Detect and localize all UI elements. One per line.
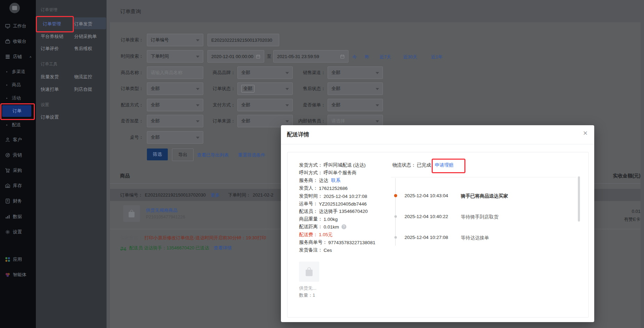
sidebar-item-shop[interactable]: 店铺 ∧ [0, 53, 36, 61]
pay-method-label: 支付方式： [204, 102, 235, 108]
submenu-item-order-settings[interactable]: 订单设置 [41, 114, 59, 120]
submenu-item-coupon-verify[interactable]: 平台券核销 [41, 33, 63, 40]
submenu-item-aftersale[interactable]: 售后维权 [74, 46, 92, 52]
table-no-label: 桌号： [107, 134, 143, 141]
remark-label: 买家留言： [120, 235, 143, 240]
sidebar-item-customers[interactable]: 客户 [0, 136, 36, 144]
help-icon[interactable]: ? [341, 224, 346, 229]
order-search-label: 订单搜索： [107, 37, 143, 43]
table-no-select[interactable]: 全部 [147, 131, 203, 144]
modal-product-thumbnail [299, 262, 319, 282]
chevron-down-icon [285, 88, 289, 90]
submenu-item-order-management[interactable]: 订单管理 [43, 21, 61, 27]
timeline-time: 2025-12-04 10:43:04 [405, 193, 448, 198]
sidebar-item-finance[interactable]: 财务 [0, 197, 36, 205]
sidebar-item-agent[interactable]: 智能体 [0, 271, 36, 279]
order-pay-method: 有赞E卡 [588, 216, 641, 223]
close-icon[interactable]: × [583, 130, 588, 136]
view-exported-link[interactable]: 查看已导出列表 [197, 152, 229, 158]
order-number-input[interactable]: E20210222192150013702030 [207, 34, 279, 46]
provider-order-no-field: 服务商单号：977435783227138081 [299, 239, 375, 246]
quick-range-7days[interactable]: 近7天 [379, 54, 391, 60]
sidebar-item-apps[interactable]: 应用 [0, 256, 36, 263]
bullet-icon [6, 85, 7, 86]
time-type-select[interactable]: 下单时间 [147, 50, 203, 63]
modal-title: 配送详情 [287, 131, 309, 138]
order-status-select[interactable]: 全部 [237, 82, 293, 95]
sidebar-item-inventory[interactable]: 库存 [0, 182, 36, 190]
sidebar-item-settings[interactable]: 设置 [0, 228, 36, 236]
submenu-item-quick-print[interactable]: 快速打单 [41, 86, 59, 93]
delivery-method-select[interactable]: 全部 [147, 99, 203, 111]
divider [391, 177, 576, 177]
orders-submenu-panel: 订单管理 订单管理 订单发货 平台券核销 分销采购单 订单评价 售后维权 订单工… [36, 0, 107, 328]
bar-chart-icon [5, 214, 10, 219]
order-no-label: 订单编号： [120, 192, 143, 198]
brand-label: 商品品牌： [204, 70, 235, 76]
column-product: 商品 [120, 173, 130, 179]
date-from-input[interactable]: 2020-12-01 00:00:00 [207, 50, 264, 63]
timeline-dot [394, 215, 397, 218]
chevron-down-icon [285, 104, 289, 106]
aftersale-status-select[interactable]: 全部 [328, 82, 383, 95]
sidebar-item-multichannel[interactable]: 多渠道 [0, 68, 36, 75]
sales-channel-select[interactable]: 全部 [328, 66, 383, 79]
submenu-item-order-shipping[interactable]: 订单发货 [74, 21, 92, 27]
filter-button[interactable]: 筛选 [147, 149, 168, 160]
product-name-input[interactable]: 请输入商品名称 [147, 66, 203, 79]
sales-channel-label: 销售渠道： [294, 70, 325, 76]
order-type-label: 订单类型： [107, 86, 143, 92]
sidebar-item-workbench[interactable]: 工作台 [0, 22, 36, 30]
sidebar-item-orders-active[interactable]: 订单 [2, 105, 31, 117]
submenu-item-batch-ship[interactable]: 批量发货 [41, 74, 59, 80]
brand-select[interactable]: 全部 [237, 66, 293, 79]
sidebar-item-cashier[interactable]: 收银台 [0, 38, 36, 45]
apps-icon [5, 257, 10, 262]
claim-link[interactable]: 申请理赔 [435, 162, 454, 168]
product-name-link[interactable]: 供货无规格商品 [146, 207, 178, 214]
modal-scrollbar[interactable] [578, 176, 580, 222]
reset-filter-link[interactable]: 重置筛选条件 [238, 152, 265, 158]
page-title: 订单查询 [120, 8, 141, 15]
sidebar-item-data[interactable]: 数据 [0, 213, 36, 221]
aftersale-status-label: 售后状态： [294, 86, 325, 92]
avatar[interactable] [9, 3, 20, 13]
contact-link[interactable]: 联系 [331, 177, 340, 184]
waybill-no-field: 运单号：YZ2025120405db7446 [299, 201, 367, 207]
internal-sales-label: 内部销售员： [289, 118, 325, 124]
product-thumbnail [123, 205, 140, 222]
bullet-icon [6, 125, 7, 126]
date-range-separator: 至 [266, 53, 272, 59]
date-to-input[interactable]: 2021-05-31 23:59:59 [273, 50, 348, 63]
submenu-item-store-pickup[interactable]: 到店自提 [74, 86, 92, 93]
submenu-item-order-review[interactable]: 订单评价 [41, 46, 59, 52]
pay-method-select[interactable]: 全部 [237, 99, 293, 111]
quick-range-today[interactable]: 今 [352, 54, 357, 60]
chevron-up-icon: ∧ [29, 55, 32, 58]
urge-label: 是否催单： [294, 102, 325, 108]
urge-select[interactable]: 全部 [328, 99, 383, 111]
sidebar-item-delivery[interactable]: 配送 [0, 121, 36, 129]
agent-icon [5, 272, 10, 278]
quick-range-yesterday[interactable]: 昨 [365, 54, 369, 60]
star-select[interactable]: 全部 [147, 115, 203, 127]
weight-field: 商品重量：1.00kg [299, 216, 338, 222]
submenu-item-logistics-monitor[interactable]: 物流监控 [74, 74, 92, 80]
quick-range-30days[interactable]: 近30天 [403, 54, 417, 60]
chevron-down-icon [376, 72, 379, 74]
ship-remark-field: 发货备注：Ces [299, 247, 332, 253]
sidebar-item-marketing[interactable]: 营销 [0, 151, 36, 159]
sidebar-item-activity[interactable]: 活动 [0, 94, 36, 102]
sidebar-item-goods[interactable]: 商品 [0, 81, 36, 89]
sidebar-item-purchase[interactable]: 采购 [0, 167, 36, 174]
submenu-item-distribution-purchase[interactable]: 分销采购单 [74, 33, 97, 40]
export-button[interactable]: 导出 [172, 149, 194, 161]
more-link[interactable]: 更多 [211, 192, 220, 198]
view-detail-link[interactable]: 查看详情 [214, 245, 232, 251]
timeline-text: 骑手已将商品送达买家 [461, 193, 508, 199]
order-search-type-select[interactable]: 订单编号 [147, 34, 203, 46]
order-type-select[interactable]: 全部 [147, 82, 203, 95]
quick-range-1year[interactable]: 近1年 [431, 54, 442, 60]
modal-product-qty: 数量：1 [299, 292, 315, 298]
bag-icon [305, 267, 314, 277]
